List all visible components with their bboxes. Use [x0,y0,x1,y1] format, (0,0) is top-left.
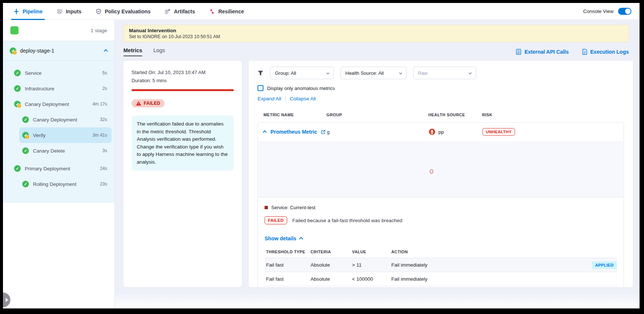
failed-progress-bar [132,89,234,91]
anomalous-checkbox[interactable] [258,85,263,91]
step-duration: 3m 41s [93,133,107,138]
success-icon [22,116,29,123]
filter-icon [258,70,263,76]
tab-policy-evaluations[interactable]: Policy Evaluations [96,3,151,20]
failed-status-badge: FAILED [132,99,165,107]
started-on: Started On: Jul 10, 2023 10:47 AM [132,70,234,75]
col-threshold-type: THRESHOLD TYPE [266,250,311,254]
document-icon [582,49,587,55]
success-icon [14,70,21,76]
external-link-icon[interactable] [321,130,326,134]
step-duration: 24s [100,166,107,171]
expand-all-link[interactable]: Expand All [258,96,281,101]
collapse-all-link[interactable]: Collapse All [290,96,316,101]
stage-block: deploy-stage-1 Service 5s Infrastructure… [3,41,114,203]
metric-chart[interactable] [258,141,623,197]
tab-metrics[interactable]: Metrics [123,47,142,56]
link-label: Execution Logs [590,49,629,55]
tab-resilience[interactable]: Resilience [209,3,244,20]
step-label: Service [25,70,42,76]
cell-action: Fail immediately [391,262,587,268]
success-warning-icon [10,47,16,54]
col-group: GROUP [326,113,428,117]
step-duration: 5s [102,70,107,76]
pipeline-icon [13,9,19,14]
inputs-icon [57,9,63,14]
tab-artifacts[interactable]: Artifacts [165,3,195,20]
step-infrastructure[interactable]: Infrastructure 2s [3,81,114,96]
resilience-icon [209,9,215,14]
stage-row-deploy-stage-1[interactable]: deploy-stage-1 [3,41,114,60]
screen-frame: Pipeline Inputs Policy Evaluations Artif… [0,0,644,314]
step-label: Canary Deployment [25,101,69,107]
step-label: Primary Deployment [25,166,70,171]
success-warning-icon [22,132,29,138]
nav-tab-label: Resilience [218,9,244,14]
health-source-filter-select[interactable]: Health Source: All [341,67,406,79]
success-icon [22,181,29,187]
filter-row: Group: All Health Source: All Raw [258,67,624,79]
duration: Duration: 5 mins [132,78,234,83]
collapse-row-chevron-icon[interactable] [263,130,267,134]
verification-summary-card: Started On: Jul 10, 2023 10:47 AM Durati… [123,61,242,287]
cell-threshold-type: Fail fast [266,276,311,282]
console-view-label: Console View [583,9,614,14]
step-verify-selected[interactable]: Verify 3m 41s [19,127,112,143]
failure-reason-row: FAILED Failed because a fail-fast thresh… [265,216,617,224]
link-label: External API Calls [524,49,568,55]
warning-triangle-icon [136,101,141,106]
metrics-table-header: METRIC NAME GROUP HEALTH SOURCE RISK [258,113,624,117]
prometheus-icon [429,128,435,135]
col-risk: RISK [482,113,618,117]
toggle-knob [625,9,631,14]
main-content: Manual Intervention Set to IGNORE on 10-… [115,20,640,308]
failed-outline-badge: FAILED [265,216,287,224]
col-action: ACTION [391,250,587,254]
step-canary-deployment[interactable]: Canary Deployment 32s [3,112,114,127]
console-view-toggle[interactable] [618,8,631,15]
step-label: Canary Deployment [33,117,77,123]
expand-collapse-row: Expand All Collapse All [258,96,624,101]
metric-row[interactable]: Prometheus Metric g pp UNHEAL [258,123,624,141]
step-label: Verify [33,133,46,138]
health-source-value: pp [438,129,444,135]
app-window: Pipeline Inputs Policy Evaluations Artif… [3,3,640,308]
artifacts-icon [165,9,170,14]
panel-tabs-row: Metrics Logs API External API Calls Exec… [123,47,629,56]
applied-badge: APPLIED [592,261,617,269]
tab-inputs[interactable]: Inputs [57,3,82,20]
shield-check-icon [96,9,102,14]
nav-tab-label: Policy Evaluations [105,9,151,14]
group-filter-select[interactable]: Group: All [270,67,334,79]
step-duration: 4m 17s [93,101,107,107]
metric-view-select[interactable]: Raw [413,67,476,79]
execution-logs-link[interactable]: Execution Logs [582,49,629,55]
cell-criteria: Absolute [311,262,352,268]
tab-pipeline[interactable]: Pipeline [13,3,43,20]
threshold-row: Fail fast Absolute > 11 Fail immediately… [265,258,617,272]
tab-logs[interactable]: Logs [153,47,165,56]
chevron-up-icon[interactable] [104,49,108,53]
step-canary-deployment-group[interactable]: Canary Deployment 4m 17s [3,96,114,112]
cell-value: > 11 [352,262,391,268]
step-rolling-deployment[interactable]: Rolling Deployment 23s [3,176,114,192]
step-primary-deployment[interactable]: Primary Deployment 24s [3,161,114,176]
verification-message: The verification failed due to anomalies… [132,116,234,171]
chevron-down-icon [469,71,472,74]
svg-text:API: API [517,52,520,54]
stage-name: deploy-stage-1 [20,48,54,54]
step-duration: 3s [102,148,107,153]
execution-sidebar: 1 stage deploy-stage-1 Service 5s Infras… [3,20,115,308]
chevron-down-icon [326,71,329,74]
external-api-calls-link[interactable]: API External API Calls [516,49,568,55]
metric-name-link[interactable]: Prometheus Metric [270,129,317,135]
col-criteria: CRITERIA [311,250,352,254]
show-details-link[interactable]: Show details [265,236,617,241]
chevron-up-icon [299,237,303,241]
col-health-source: HEALTH SOURCE [428,113,482,117]
top-nav: Pipeline Inputs Policy Evaluations Artif… [3,3,640,20]
step-canary-delete[interactable]: Canary Delete 3s [3,143,114,158]
show-details-label: Show details [265,236,296,241]
stage-count: 1 stage [91,28,107,33]
step-service[interactable]: Service 5s [3,65,114,81]
